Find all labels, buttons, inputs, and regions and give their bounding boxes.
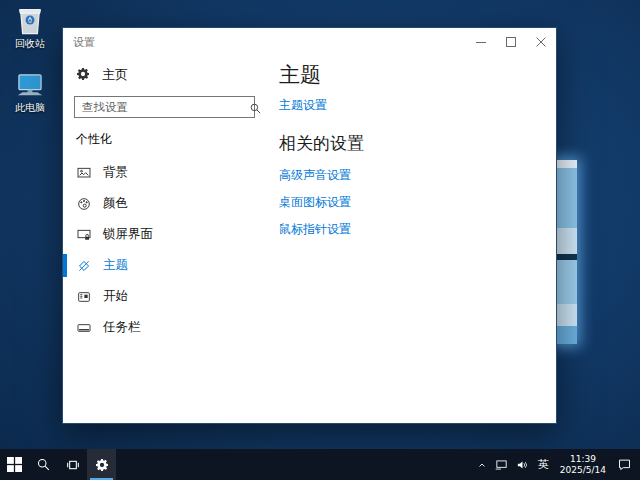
sidebar-item-home[interactable]: 主页 — [75, 64, 279, 86]
close-icon — [536, 37, 546, 47]
nav-item-label: 锁屏界面 — [103, 226, 153, 243]
sidebar-item-themes[interactable]: 主题 — [63, 250, 279, 281]
task-view-button[interactable] — [58, 449, 87, 480]
network-icon — [494, 458, 509, 472]
minimize-button[interactable] — [466, 29, 496, 56]
window-title: 设置 — [63, 35, 466, 50]
gear-icon — [94, 457, 110, 473]
settings-sidebar: 主页 个性化 背景 — [63, 56, 279, 423]
related-settings-heading: 相关的设置 — [279, 131, 556, 155]
taskbar: 英 11:39 2025/5/14 — [0, 449, 640, 480]
settings-window: 设置 主页 个性 — [62, 27, 557, 424]
search-input[interactable] — [74, 96, 255, 118]
action-center-button[interactable] — [612, 449, 640, 480]
desktop-icon-label: 回收站 — [2, 38, 58, 50]
network-tray-button[interactable] — [491, 449, 512, 480]
desktop-icon-settings-link[interactable]: 桌面图标设置 — [279, 195, 556, 209]
nav-item-label: 背景 — [103, 164, 128, 181]
desktop-icon-this-pc[interactable]: 此电脑 — [2, 68, 58, 114]
clock-date: 2025/5/14 — [560, 465, 606, 476]
settings-content: 主题 主题设置 相关的设置 高级声音设置 桌面图标设置 鼠标指针设置 — [279, 56, 556, 423]
search-icon[interactable] — [249, 100, 262, 119]
ime-indicator[interactable]: 英 — [533, 449, 554, 480]
settings-search — [74, 96, 268, 118]
chevron-up-icon — [476, 459, 488, 471]
gear-icon — [75, 66, 91, 85]
home-label: 主页 — [102, 66, 128, 84]
desktop: { "colors": { "accent": "#0078d7", "link… — [0, 0, 640, 480]
sidebar-item-background[interactable]: 背景 — [63, 157, 279, 188]
tray-overflow-button[interactable] — [473, 449, 491, 480]
themes-icon — [76, 258, 92, 274]
clock-time: 11:39 — [560, 454, 606, 465]
nav-item-label: 主题 — [103, 257, 128, 274]
start-button[interactable] — [0, 449, 29, 480]
sidebar-section-personalization: 个性化 — [76, 131, 279, 148]
nav-item-label: 颜色 — [103, 195, 128, 212]
sidebar-item-lock-screen[interactable]: 锁屏界面 — [63, 219, 279, 250]
lock-screen-icon — [76, 227, 92, 243]
mouse-pointer-settings-link[interactable]: 鼠标指针设置 — [279, 222, 556, 236]
task-view-icon — [65, 457, 81, 473]
taskbar-clock[interactable]: 11:39 2025/5/14 — [554, 454, 612, 476]
recycle-bin-icon — [2, 4, 58, 36]
start-menu-icon — [76, 289, 92, 305]
titlebar[interactable]: 设置 — [63, 28, 556, 56]
desktop-icon-recycle-bin[interactable]: 回收站 — [2, 4, 58, 50]
maximize-icon — [506, 37, 516, 47]
colors-palette-icon — [76, 196, 92, 212]
advanced-sound-settings-link[interactable]: 高级声音设置 — [279, 168, 556, 182]
sidebar-nav: 背景 颜色 — [63, 157, 279, 343]
windows-logo-icon — [7, 457, 22, 472]
page-title: 主题 — [279, 61, 556, 89]
sidebar-item-start[interactable]: 开始 — [63, 281, 279, 312]
sidebar-item-taskbar[interactable]: 任务栏 — [63, 312, 279, 343]
this-pc-icon — [2, 68, 58, 100]
maximize-button[interactable] — [496, 29, 526, 56]
volume-tray-button[interactable] — [512, 449, 533, 480]
sidebar-item-colors[interactable]: 颜色 — [63, 188, 279, 219]
search-icon — [36, 457, 51, 472]
background-image-icon — [76, 165, 92, 181]
notification-icon — [617, 457, 632, 472]
taskbar-settings-icon — [76, 320, 92, 336]
close-button[interactable] — [526, 29, 556, 56]
theme-settings-link[interactable]: 主题设置 — [279, 98, 556, 112]
nav-item-label: 开始 — [103, 288, 128, 305]
system-tray: 英 11:39 2025/5/14 — [473, 449, 640, 480]
speaker-icon — [515, 458, 530, 472]
desktop-icon-label: 此电脑 — [2, 102, 58, 114]
minimize-icon — [476, 37, 486, 47]
taskbar-search-button[interactable] — [29, 449, 58, 480]
nav-item-label: 任务栏 — [103, 319, 141, 336]
taskbar-settings-app-button[interactable] — [87, 449, 116, 480]
